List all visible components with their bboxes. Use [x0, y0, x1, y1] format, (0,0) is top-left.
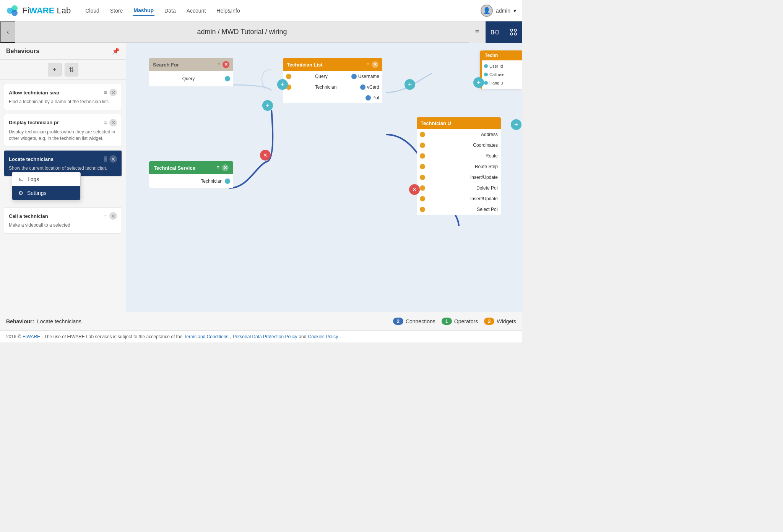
port-row-coordinates: Coordinates [417, 140, 501, 151]
operator-header: Technical Service ≡ ✕ [149, 161, 233, 174]
route-label: Route [486, 153, 498, 159]
connections-badge: 2 Connections [393, 318, 435, 325]
item-actions: ≡ ✕ [104, 212, 117, 220]
route-step-port[interactable] [420, 164, 425, 169]
add-far-right-button[interactable]: + [473, 77, 484, 88]
footer-copyright: 2016 © [6, 334, 21, 339]
calluse-port[interactable] [484, 73, 488, 76]
route-port[interactable] [420, 153, 425, 159]
nav-helpinfo[interactable]: Help&Info [216, 6, 240, 15]
settings-label: Settings [27, 190, 47, 196]
userid-port[interactable] [484, 64, 488, 68]
wiring-icon [491, 28, 499, 36]
technician-list-body: Query Username Technician vCard PoI [283, 71, 382, 103]
userid-label: User Id [489, 64, 503, 68]
item-menu-icon[interactable]: ≡ [104, 89, 107, 96]
close-icon[interactable]: ✕ [223, 61, 229, 68]
operators-label: Operators [454, 318, 478, 324]
pin-icon[interactable]: 📌 [112, 47, 120, 55]
tl-close-icon[interactable]: ✕ [372, 61, 379, 68]
right-port-userid: User Id [482, 62, 522, 70]
delete-poi-connection-button[interactable]: ✕ [409, 184, 420, 195]
sort-behaviour-button[interactable]: ⇅ [65, 63, 78, 76]
item-close-icon[interactable]: ✕ [109, 119, 117, 127]
technician-output-port[interactable] [225, 178, 230, 184]
footer-fiware-link[interactable]: FIWARE [23, 334, 40, 339]
sidebar-toolbar: + ⇅ [0, 60, 126, 80]
poi-label: PoI [372, 95, 379, 101]
port-row-select-poi: Select PoI [417, 204, 501, 215]
item-close-icon[interactable]: ✕ [109, 89, 117, 96]
nav-mashup[interactable]: Mashup [133, 6, 154, 16]
footer-cookies-link[interactable]: Cookies Policy [308, 334, 338, 339]
nav-cloud[interactable]: Cloud [84, 6, 100, 15]
tl-menu-icon[interactable]: ≡ [366, 61, 369, 68]
operator-menu-icon[interactable]: ≡ [216, 164, 219, 171]
username-output-port[interactable] [351, 74, 357, 79]
hangu-port[interactable] [484, 81, 488, 85]
address-port[interactable] [420, 132, 425, 137]
add-left-button[interactable]: + [277, 79, 288, 90]
technician-list-header-actions: ≡ ✕ [366, 61, 379, 68]
select-poi-port[interactable] [420, 207, 425, 212]
breadcrumb-bar: ‹ admin / MWD Tutorial / wiring ≡ [0, 21, 522, 43]
nav-store[interactable]: Store [109, 6, 123, 15]
context-menu-settings[interactable]: ⚙ Settings [12, 186, 80, 200]
coordinates-port[interactable] [420, 143, 425, 148]
insert-update-1-port[interactable] [420, 175, 425, 180]
item-menu-icon[interactable]: ≡ [104, 156, 107, 162]
user-menu[interactable]: 👤 admin ▾ [481, 5, 516, 17]
logo-text: FiWARE Lab [22, 6, 71, 16]
port-row-tl-technician: Technician vCard [283, 82, 382, 92]
poi-output-port[interactable] [366, 95, 371, 101]
vcard-output-port[interactable] [360, 84, 366, 90]
add-far-right-2-button[interactable]: + [511, 119, 521, 130]
technician-output-label: Technician [201, 178, 223, 184]
search-for-body: Query [149, 71, 233, 86]
menu-icon[interactable]: ≡ [217, 61, 220, 68]
footer: 2016 © FIWARE . The use of FIWARE Lab se… [0, 330, 522, 342]
delete-poi-port[interactable] [420, 185, 425, 191]
footer-privacy-link[interactable]: Personal Data Protection Policy [233, 334, 297, 339]
port-row-insert-update-1: Insert/Update [417, 172, 501, 183]
operators-badge: 1 Operators [442, 318, 478, 325]
insert-update-2-port[interactable] [420, 196, 425, 201]
add-right-button[interactable]: + [404, 79, 415, 90]
technician-u-body: Address Coordinates Route Route Step Ins… [417, 129, 501, 215]
layout-button[interactable] [504, 21, 522, 43]
technician-u-widget: Technician U Address Coordinates Route [417, 117, 501, 215]
status-label: Behaviour: Locate technicians [6, 318, 81, 324]
query-output-port[interactable] [225, 76, 230, 81]
top-nav: FiWARE Lab Cloud Store Mashup Data Accou… [0, 0, 522, 21]
nav-account[interactable]: Account [186, 6, 207, 15]
calluse-label: Call use [489, 72, 505, 77]
item-actions: ≡ ✕ [104, 89, 117, 96]
wiring-button[interactable] [486, 21, 504, 43]
query-input-port[interactable] [286, 74, 291, 79]
item-close-icon[interactable]: ✕ [109, 155, 117, 163]
back-button[interactable]: ‹ [0, 21, 15, 43]
add-node-button[interactable]: + [262, 100, 273, 111]
behaviour-item-locate: Locate technicians ≡ ✕ Show the current … [4, 150, 122, 177]
user-avatar: 👤 [481, 5, 493, 17]
breadcrumb-menu-button[interactable]: ≡ [469, 21, 486, 43]
add-behaviour-button[interactable]: + [48, 63, 62, 76]
behaviour-name: Call a technician [9, 213, 48, 219]
behaviour-name: Allow technician sear [9, 90, 60, 96]
item-menu-icon[interactable]: ≡ [104, 213, 107, 219]
nav-data[interactable]: Data [164, 6, 177, 15]
footer-terms-link[interactable]: Terms and Conditions [184, 334, 228, 339]
user-chevron: ▾ [513, 8, 516, 14]
footer-text1: . The use of FIWARE Lab services is subj… [42, 334, 182, 339]
item-close-icon[interactable]: ✕ [109, 212, 117, 220]
status-label-key: Behaviour: [6, 318, 34, 324]
operator-close-icon[interactable]: ✕ [222, 164, 229, 171]
canvas: Search For ≡ ✕ Query + Technical Service… [126, 43, 522, 312]
item-menu-icon[interactable]: ≡ [104, 120, 107, 126]
context-menu-logs[interactable]: 🏷 Logs [12, 172, 80, 186]
delete-poi-label: Delete PoI [476, 185, 498, 191]
widgets-count: 2 [484, 318, 494, 325]
search-for-widget: Search For ≡ ✕ Query [149, 58, 233, 86]
technician-list-widget: Technician List ≡ ✕ Query Username Techn… [283, 58, 382, 103]
delete-connection-button[interactable]: ✕ [260, 150, 271, 161]
